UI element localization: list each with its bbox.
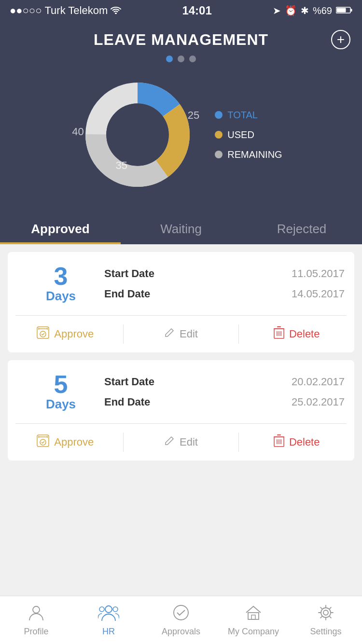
edit-icon-2 [164, 435, 175, 449]
status-bar: ●●○○○ Turk Telekom 14:01 ➤ ⏰ ✱ %69 [0, 0, 362, 21]
nav-my-company[interactable]: My Company [217, 596, 290, 644]
bluetooth-icon: ✱ [301, 5, 309, 16]
legend-total: TOTAL [215, 110, 282, 121]
delete-icon-2 [274, 434, 284, 450]
status-left: ●●○○○ Turk Telekom [10, 4, 121, 17]
card-1-edit-label: Edit [180, 328, 198, 340]
card-1-end-value: 14.05.2017 [292, 288, 345, 300]
svg-rect-36 [251, 615, 255, 619]
card-1-days-label: Days [17, 289, 104, 304]
card-2-delete-button[interactable]: Delete [239, 426, 354, 459]
card-1-approve-label: Approve [54, 328, 94, 340]
card-1-delete-button[interactable]: Delete [239, 318, 354, 350]
alarm-icon: ⏰ [285, 5, 297, 16]
legend-dot-remaining [215, 151, 223, 158]
leave-card-2: 5 Days Start Date 20.02.2017 End Date 25… [8, 360, 354, 461]
signal-dots: ●●○○○ [10, 4, 42, 17]
svg-point-30 [33, 606, 40, 613]
edit-icon [164, 327, 175, 341]
dot-3[interactable] [189, 56, 196, 62]
nav-profile-label: Profile [24, 627, 48, 637]
chart-remaining-label: 35 [115, 159, 127, 172]
dot-2[interactable] [178, 56, 184, 62]
svg-point-37 [323, 610, 328, 615]
card-1-end-row: End Date 14.05.2017 [104, 288, 345, 300]
chart-used-label: 25 [188, 109, 199, 122]
chart-legend: TOTAL USED REMAINING [215, 110, 282, 160]
card-1-start-value: 11.05.2017 [292, 267, 345, 280]
group-icon [98, 604, 119, 624]
svg-point-31 [105, 606, 112, 613]
card-2-start-value: 20.02.2017 [292, 376, 345, 388]
card-2-edit-button[interactable]: Edit [124, 427, 239, 458]
svg-point-34 [174, 605, 188, 620]
card-1-edit-button[interactable]: Edit [124, 319, 239, 350]
card-1-delete-label: Delete [289, 328, 320, 340]
card-1-end-label: End Date [104, 288, 150, 300]
content-area: 3 Days Start Date 11.05.2017 End Date 14… [0, 244, 362, 596]
donut-svg [80, 77, 195, 193]
card-2-top: 5 Days Start Date 20.02.2017 End Date 25… [8, 360, 354, 423]
house-icon [245, 604, 262, 624]
nav-profile[interactable]: Profile [0, 596, 72, 644]
approve-icon [37, 326, 49, 342]
nav-hr-label: HR [102, 627, 115, 637]
card-1-start-row: Start Date 11.05.2017 [104, 267, 345, 280]
card-2-end-label: End Date [104, 396, 150, 408]
card-1-approve-button[interactable]: Approve [8, 318, 123, 350]
legend-dot-total [215, 111, 223, 119]
svg-point-33 [99, 607, 104, 612]
card-2-start-label: Start Date [104, 376, 154, 388]
card-2-edit-label: Edit [180, 436, 198, 448]
legend-dot-used [215, 131, 223, 139]
svg-point-32 [113, 607, 118, 612]
battery-icon [336, 5, 352, 16]
legend-remaining: REMAINING [215, 149, 282, 160]
nav-my-company-label: My Company [228, 627, 279, 637]
card-1-start-label: Start Date [104, 267, 154, 280]
page-title: LEAVE MANAGEMENT [94, 31, 268, 49]
person-icon [28, 604, 45, 624]
tabs: Approved Waiting Rejected [0, 212, 362, 244]
card-2-days-number: 5 [17, 372, 104, 397]
nav-approvals[interactable]: Approvals [145, 596, 217, 644]
add-button[interactable]: + [331, 30, 350, 49]
tab-waiting[interactable]: Waiting [121, 212, 241, 244]
status-right: ➤ ⏰ ✱ %69 [273, 5, 352, 16]
nav-approvals-label: Approvals [162, 627, 200, 637]
card-1-dates: Start Date 11.05.2017 End Date 14.05.201… [104, 267, 345, 300]
dot-1[interactable] [166, 56, 173, 62]
status-time: 14:01 [182, 4, 211, 17]
nav-hr[interactable]: HR [72, 596, 145, 644]
page-indicator [0, 49, 362, 62]
approve-icon-2 [37, 434, 49, 450]
svg-point-7 [107, 103, 169, 166]
wifi-icon [111, 4, 121, 17]
tab-approved[interactable]: Approved [0, 212, 121, 244]
gear-icon [317, 604, 334, 624]
chart-area: 40 25 35 TOTAL USED REMAINING [0, 62, 362, 212]
svg-rect-35 [248, 613, 259, 619]
card-2-dates: Start Date 20.02.2017 End Date 25.02.201… [104, 376, 345, 408]
chart-total-label: 40 [72, 126, 84, 138]
legend-remaining-label: REMAINING [227, 149, 282, 160]
svg-rect-1 [336, 8, 346, 12]
card-2-start-row: Start Date 20.02.2017 [104, 376, 345, 388]
donut-chart: 40 25 35 [80, 77, 195, 193]
tab-rejected[interactable]: Rejected [241, 212, 362, 244]
card-2-approve-label: Approve [54, 436, 94, 448]
card-2-approve-button[interactable]: Approve [8, 426, 123, 459]
header: LEAVE MANAGEMENT + [0, 21, 362, 49]
card-2-delete-label: Delete [289, 436, 320, 448]
card-1-top: 3 Days Start Date 11.05.2017 End Date 14… [8, 252, 354, 315]
location-icon: ➤ [273, 5, 281, 16]
card-1-days: 3 Days [17, 264, 104, 304]
card-2-end-row: End Date 25.02.2017 [104, 396, 345, 408]
card-1-days-number: 3 [17, 264, 104, 289]
legend-total-label: TOTAL [227, 110, 258, 121]
carrier: Turk Telekom [44, 4, 108, 17]
card-2-days-label: Days [17, 397, 104, 412]
card-2-end-value: 25.02.2017 [292, 396, 345, 408]
nav-settings[interactable]: Settings [290, 596, 362, 644]
checkmark-icon [172, 604, 190, 624]
